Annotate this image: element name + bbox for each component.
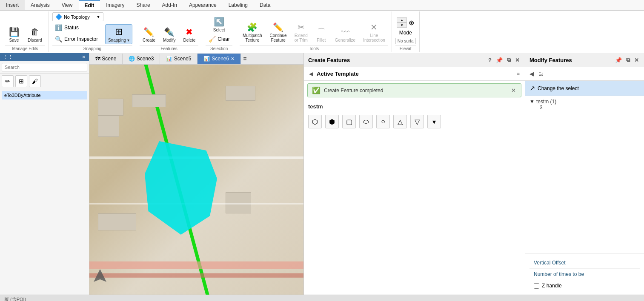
generalize-button[interactable]: 〰 Generalize xyxy=(332,24,358,44)
modify-icon: ✒️ xyxy=(163,26,175,38)
status-label: Status xyxy=(64,25,79,31)
elevation-down-btn[interactable]: ▼ xyxy=(397,23,407,28)
tab-appearance[interactable]: Appearance xyxy=(183,0,223,10)
template-icon-cube[interactable]: ⬡ xyxy=(308,115,322,128)
no-surface-label: No surfa xyxy=(395,38,416,44)
tab-share[interactable]: Share xyxy=(131,0,156,10)
left-panel-close[interactable]: ✕ xyxy=(82,54,86,60)
tab-imagery[interactable]: Imagery xyxy=(100,0,130,10)
fillet-label: Fillet xyxy=(317,38,326,43)
scene6-close-btn[interactable]: ✕ xyxy=(231,56,235,62)
tab-options-btn[interactable]: ≡ xyxy=(241,53,249,64)
success-close-btn[interactable]: ✕ xyxy=(510,86,517,94)
modify-layers-btn[interactable]: 🗂 xyxy=(537,70,544,78)
grid-tool-btn[interactable]: ⊞ xyxy=(15,75,27,87)
manage-edits-group-label: Manage Edits xyxy=(5,45,45,51)
line-intersection-label: LineIntersection xyxy=(363,33,385,43)
save-label: Save xyxy=(9,38,19,43)
discard-icon: 🗑 xyxy=(29,26,41,38)
map-tab-scene[interactable]: 🗺 Scene xyxy=(89,54,123,64)
select-icon: ↖️ xyxy=(213,16,225,28)
modify-section: Vertical Offset Number of times to be Z … xyxy=(525,253,644,295)
fillet-button[interactable]: ⌒ Fillet xyxy=(312,24,330,44)
template-icon-cylinder[interactable]: ⬭ xyxy=(359,115,373,128)
scene3-tab-icon: 🌐 xyxy=(129,56,135,62)
tab-view[interactable]: View xyxy=(56,0,79,10)
create-panel-popout-btn[interactable]: ⧉ xyxy=(506,56,512,64)
create-features-panel: Create Features ? 📌 ⧉ ✕ ◀ Active Templat… xyxy=(303,53,525,295)
tab-data[interactable]: Data xyxy=(254,0,276,10)
modify-panel-pin-btn[interactable]: 📌 xyxy=(614,56,623,64)
error-inspector-button[interactable]: 🔍 Error Inspector xyxy=(52,34,103,44)
line-intersection-icon: ✕ xyxy=(368,21,380,33)
line-intersection-button[interactable]: ✕ LineIntersection xyxy=(360,20,388,44)
modify-button[interactable]: ✒️ Modify xyxy=(160,24,178,44)
active-template-title: Active Template xyxy=(317,71,359,77)
map-background xyxy=(89,65,303,295)
multipatch-button[interactable]: 🧩 MultipatchTexture xyxy=(240,20,265,44)
map-viewport[interactable] xyxy=(89,65,303,295)
clear-button[interactable]: 🧹 Clear xyxy=(206,34,232,44)
vertical-offset-prop[interactable]: Vertical Offset xyxy=(530,257,640,269)
change-select-button[interactable]: ↗ Change the select xyxy=(525,81,644,96)
create-panel-help-btn[interactable]: ? xyxy=(487,56,492,64)
pencil-tool-btn[interactable]: ✏ xyxy=(2,75,14,87)
template-icon-sphere[interactable]: ○ xyxy=(376,115,390,128)
mode-label: Mode xyxy=(399,30,412,36)
generalize-icon: 〰 xyxy=(339,26,351,38)
snapping-group-label: Snapping xyxy=(52,45,132,51)
map-tab-scene6[interactable]: 📊 Scene6 ✕ xyxy=(197,54,241,64)
status-button[interactable]: ℹ️ Status xyxy=(52,23,103,33)
change-select-label: Change the select xyxy=(538,85,579,91)
back-btn[interactable]: ◀ xyxy=(308,70,314,78)
tab-addin[interactable]: Add-In xyxy=(156,0,183,10)
brush-tool-btn[interactable]: 🖌 xyxy=(29,75,41,87)
delete-button[interactable]: ✖ Delete xyxy=(180,24,198,44)
active-template-bar: ◀ Active Template ≡ xyxy=(304,67,525,81)
snapping-button[interactable]: ⊞ Snapping ▾ xyxy=(105,24,132,44)
extend-trim-button[interactable]: ✂ Extendor Trim xyxy=(292,20,311,44)
building-5 xyxy=(98,213,136,230)
modify-back-btn[interactable]: ◀ xyxy=(529,70,535,78)
save-button[interactable]: 💾 Save xyxy=(5,24,23,44)
multipatch-icon: 🧩 xyxy=(246,21,258,33)
topology-dropdown[interactable]: 🔷 No Topology ▼ xyxy=(52,12,103,21)
status-bar: 版 (含POI) xyxy=(0,295,644,301)
active-template-menu-btn[interactable]: ≡ xyxy=(515,70,521,78)
create-button[interactable]: ✏️ Create xyxy=(140,24,158,44)
map-tab-scene5[interactable]: 📊 Scene5 xyxy=(160,54,197,64)
tree-item-testm[interactable]: ▼ testm (1) 3 xyxy=(525,96,644,113)
continue-feature-button[interactable]: ✏️ ContinueFeature xyxy=(267,20,290,44)
tab-edit[interactable]: Edit xyxy=(79,0,100,10)
building-1 xyxy=(98,99,123,116)
tab-labeling[interactable]: Labeling xyxy=(223,0,254,10)
mode-button[interactable]: Mode xyxy=(397,28,415,37)
template-icon-triangle[interactable]: △ xyxy=(393,115,407,128)
template-icon-funnel[interactable]: ▾ xyxy=(427,115,441,128)
create-panel-close-btn[interactable]: ✕ xyxy=(514,56,521,64)
discard-button[interactable]: 🗑 Discard xyxy=(25,24,45,44)
template-icon-flat-triangle[interactable]: ▽ xyxy=(410,115,424,128)
elevation-up-btn[interactable]: ▲ xyxy=(397,17,407,23)
modify-panel-popout-btn[interactable]: ⧉ xyxy=(625,56,631,64)
save-icon: 💾 xyxy=(8,26,20,38)
number-of-times-prop[interactable]: Number of times to be xyxy=(530,269,640,280)
create-panel-pin-btn[interactable]: 📌 xyxy=(495,56,504,64)
selected-layer-item[interactable]: eTo3DByAttribute xyxy=(2,91,87,99)
search-input[interactable] xyxy=(2,63,87,71)
tab-analysis[interactable]: Analysis xyxy=(25,0,56,10)
cyan-3d-shape[interactable] xyxy=(145,141,217,235)
template-icon-layered[interactable]: ⬢ xyxy=(325,115,339,128)
select-button[interactable]: ↖️ Select xyxy=(206,14,232,34)
success-text: Create Feature completed xyxy=(324,88,507,94)
z-handle-checkbox[interactable] xyxy=(534,283,539,289)
map-tab-scene3[interactable]: 🌐 Scene3 xyxy=(123,54,160,64)
snapping-inner: 🔷 No Topology ▼ ℹ️ Status 🔍 Error Inspec… xyxy=(52,12,132,44)
template-icon-box[interactable]: ▢ xyxy=(342,115,356,128)
change-select-icon: ↗ xyxy=(530,84,535,92)
template-icons: ⬡ ⬢ ▢ ⬭ ○ △ ▽ ▾ xyxy=(304,113,525,133)
tab-insert[interactable]: Insert xyxy=(0,0,25,10)
modify-panel-close-btn[interactable]: ✕ xyxy=(633,56,640,64)
map-tab-bar: 🗺 Scene 🌐 Scene3 📊 Scene5 📊 Scene6 ✕ ≡ xyxy=(89,53,303,65)
tools-inner: 🧩 MultipatchTexture ✏️ ContinueFeature ✂… xyxy=(240,12,388,44)
